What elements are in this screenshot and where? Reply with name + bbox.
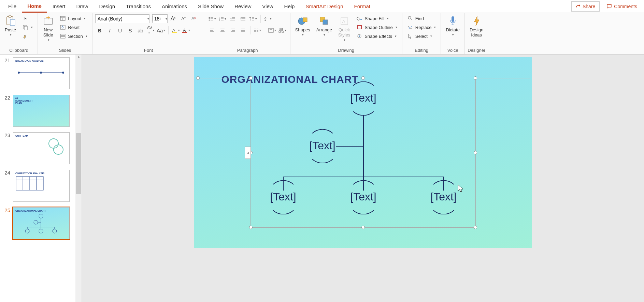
microphone-icon bbox=[447, 16, 458, 27]
align-right-button[interactable] bbox=[228, 26, 237, 35]
menu-view[interactable]: View bbox=[257, 1, 278, 12]
menu-home[interactable]: Home bbox=[22, 0, 47, 13]
org-node-child-3[interactable]: [Text] bbox=[423, 191, 464, 203]
justify-button[interactable] bbox=[239, 26, 247, 35]
new-slide-button[interactable]: New Slide ▾ bbox=[41, 14, 56, 43]
line-spacing-icon bbox=[249, 16, 255, 21]
dictate-button[interactable]: Dictate▾ bbox=[444, 14, 461, 38]
slide-thumbnail[interactable]: 25 ORGANIZATIONAL CHART bbox=[0, 207, 82, 239]
menu-design[interactable]: Design bbox=[94, 1, 120, 12]
menu-slideshow[interactable]: Slide Show bbox=[192, 1, 229, 12]
shape-outline-button[interactable]: Shape Outline▾ bbox=[354, 23, 399, 31]
bullets-button[interactable]: ▾ bbox=[208, 14, 217, 23]
convert-smartart-button[interactable]: ▾ bbox=[278, 26, 287, 35]
menu-transitions[interactable]: Transitions bbox=[120, 1, 156, 12]
share-button[interactable]: Share bbox=[571, 1, 600, 12]
slide-thumbnail[interactable]: 21 BREAK-EVEN ANALYSIS bbox=[0, 57, 82, 89]
selection-extension-line bbox=[475, 78, 530, 78]
svg-rect-80 bbox=[452, 16, 454, 22]
bold-button[interactable]: B bbox=[95, 26, 104, 35]
shapes-button[interactable]: Shapes▾ bbox=[293, 14, 312, 38]
copy-button[interactable]: ▾ bbox=[20, 23, 35, 31]
font-color-button[interactable]: A▾ bbox=[182, 26, 190, 35]
reset-button[interactable]: Reset bbox=[58, 23, 89, 31]
shape-fill-button[interactable]: Shape Fill▾ bbox=[354, 14, 399, 22]
line-spacing-button[interactable]: ▾ bbox=[249, 14, 258, 23]
align-left-icon bbox=[210, 28, 215, 32]
scissors-icon: ✂ bbox=[22, 15, 28, 21]
find-button[interactable]: Find bbox=[405, 14, 438, 22]
character-spacing-button[interactable]: AV↔▾ bbox=[146, 26, 155, 35]
svg-rect-61 bbox=[279, 31, 281, 32]
font-name-combo[interactable]: Arial (Body)▾ bbox=[95, 14, 149, 23]
org-node-root[interactable]: [Text] bbox=[343, 92, 384, 104]
smartart-selection-box[interactable]: ◂ [Text] [Text] [Text] [Text] bbox=[251, 78, 476, 228]
align-left-button[interactable] bbox=[208, 26, 217, 35]
quick-styles-button[interactable]: Quick Styles▾ bbox=[336, 14, 352, 43]
shadow-button[interactable]: S bbox=[126, 26, 135, 35]
menu-review[interactable]: Review bbox=[229, 1, 257, 12]
change-case-button[interactable]: Aa▾ bbox=[157, 26, 166, 35]
org-node-child-1[interactable]: [Text] bbox=[263, 191, 304, 203]
arrange-button[interactable]: Arrange▾ bbox=[314, 14, 334, 38]
org-node-child-2[interactable]: [Text] bbox=[343, 191, 384, 203]
replace-button[interactable]: abReplace▾ bbox=[405, 23, 438, 31]
svg-text:A: A bbox=[191, 16, 195, 21]
highlight-button[interactable]: ▾ bbox=[171, 26, 180, 35]
svg-point-84 bbox=[62, 72, 64, 74]
decrease-indent-button[interactable] bbox=[228, 14, 237, 23]
layout-button[interactable]: Layout▾ bbox=[58, 14, 89, 22]
indent-icon bbox=[240, 16, 246, 21]
scrollbar-track[interactable]: ▴ bbox=[75, 55, 82, 302]
main-area: 21 BREAK-EVEN ANALYSIS 22 04 MANAGEMENT … bbox=[0, 55, 644, 302]
numbering-button[interactable]: 123▾ bbox=[218, 14, 227, 23]
menu-format[interactable]: Format bbox=[349, 1, 376, 12]
underline-button[interactable]: U bbox=[116, 26, 125, 35]
align-text-button[interactable]: ▾ bbox=[268, 26, 277, 35]
menu-draw[interactable]: Draw bbox=[71, 1, 94, 12]
slide-canvas-area[interactable]: ORGANIZATIONAL CHART ◂ bbox=[82, 55, 644, 302]
section-button[interactable]: Section▾ bbox=[58, 32, 89, 40]
paste-button[interactable]: Paste ▾ bbox=[3, 14, 18, 38]
smartart-text-pane-toggle[interactable]: ◂ bbox=[245, 147, 251, 159]
slide-thumbnails-panel[interactable]: 21 BREAK-EVEN ANALYSIS 22 04 MANAGEMENT … bbox=[0, 55, 82, 302]
columns-button[interactable]: ▾ bbox=[253, 26, 262, 35]
justify-icon bbox=[241, 28, 245, 32]
menu-animations[interactable]: Animations bbox=[156, 1, 192, 12]
format-painter-button[interactable] bbox=[20, 32, 35, 40]
slide-thumbnail[interactable]: 22 04 MANAGEMENT PLAN bbox=[0, 95, 82, 127]
design-ideas-button[interactable]: Design Ideas bbox=[468, 14, 485, 39]
svg-rect-73 bbox=[357, 26, 361, 29]
menu-help[interactable]: Help bbox=[279, 1, 300, 12]
svg-point-100 bbox=[25, 229, 29, 233]
slide-canvas[interactable]: ORGANIZATIONAL CHART ◂ bbox=[194, 57, 532, 248]
slide-thumbnail[interactable]: 23 OUR TEAM bbox=[0, 132, 82, 164]
new-slide-label: New Slide bbox=[43, 27, 53, 37]
font-group-label: Font bbox=[95, 46, 202, 54]
select-button[interactable]: Select▾ bbox=[405, 32, 438, 40]
text-direction-button[interactable]: A▾ bbox=[263, 14, 272, 23]
menu-file[interactable]: File bbox=[3, 1, 22, 12]
cut-button[interactable]: ✂ bbox=[20, 14, 35, 22]
clear-formatting-button[interactable]: A bbox=[189, 14, 198, 23]
increase-font-button[interactable]: A▴ bbox=[169, 14, 178, 23]
italic-button[interactable]: I bbox=[105, 26, 114, 35]
org-node-assistant[interactable]: [Text] bbox=[302, 139, 343, 152]
font-size-combo[interactable]: 18+▾ bbox=[152, 14, 168, 23]
strikethrough-button[interactable]: ab bbox=[136, 26, 145, 35]
comments-button[interactable]: Comments bbox=[602, 2, 641, 11]
decrease-font-button[interactable]: A▾ bbox=[179, 14, 188, 23]
paste-label: Paste bbox=[5, 27, 16, 32]
slide-thumbnail[interactable]: 24 COMPETITION ANALYSIS bbox=[0, 170, 82, 202]
menu-insert[interactable]: Insert bbox=[47, 1, 71, 12]
selection-extra-handle[interactable] bbox=[196, 76, 200, 80]
font-size-value: 18+ bbox=[153, 16, 165, 21]
align-center-button[interactable] bbox=[218, 26, 227, 35]
shape-effects-button[interactable]: Shape Effects▾ bbox=[354, 32, 399, 40]
designer-group-label: Designer bbox=[468, 46, 485, 54]
svg-point-20 bbox=[209, 18, 210, 19]
thumbnail-preview: COMPETITION ANALYSIS bbox=[13, 170, 70, 202]
increase-indent-button[interactable] bbox=[239, 14, 247, 23]
scrollbar-thumb[interactable] bbox=[76, 133, 81, 194]
menu-smartart-design[interactable]: SmartArt Design bbox=[300, 1, 348, 12]
